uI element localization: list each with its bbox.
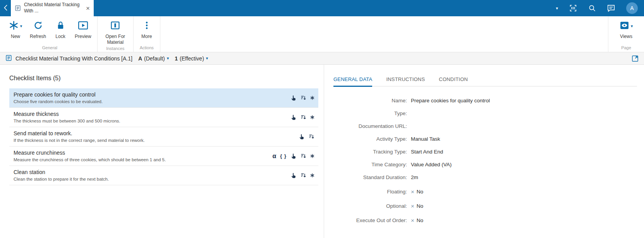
checklist-item-measure-thickness[interactable]: Measure thickness The thickness must be … (9, 108, 318, 127)
field-label: Name: (333, 98, 407, 103)
no-x-icon: × (411, 203, 414, 209)
field-floating: Floating: × No (333, 188, 637, 195)
views-button[interactable]: ▾ Views (616, 18, 636, 40)
manual-task-hand-icon (290, 172, 297, 179)
checklist-item-send-rework[interactable]: Send material to rework. If the thicknes… (9, 127, 318, 147)
checklist-item-title: Send material to rework. (14, 130, 268, 136)
breadcrumb-checklist-icon (5, 55, 12, 62)
field-activity-type: Activity Type: Manual Task (333, 135, 637, 142)
back-button[interactable] (0, 0, 11, 16)
checklist-item-title: Measure thickness (14, 111, 268, 117)
preview-play-icon (78, 21, 88, 31)
version-key: A (138, 55, 142, 62)
topbar-dropdown-caret-icon[interactable]: ▾ (556, 6, 558, 10)
ribbon-group-page: ▾ Views Page (608, 16, 644, 52)
field-value: × No (411, 203, 423, 209)
ribbon-group-label-actions: Actions (137, 45, 157, 52)
lock-button[interactable]: Lock (50, 18, 70, 40)
field-label: Activity Type: (333, 136, 407, 142)
open-in-panel-icon[interactable] (632, 55, 639, 62)
version-suffix: (Default) (144, 55, 165, 62)
manual-task-hand-icon (290, 95, 297, 101)
document-tab[interactable]: Checklist Material Tracking With ... × (11, 0, 94, 16)
field-value: 2m (411, 174, 418, 180)
field-label: Type: (333, 110, 407, 116)
manual-task-hand-icon (290, 114, 297, 121)
required-asterisk-icon (310, 96, 314, 100)
tab-general-data[interactable]: GENERAL DATA (333, 76, 372, 87)
open-for-material-button[interactable]: Open For Material (101, 18, 130, 45)
user-avatar[interactable]: A (626, 2, 638, 14)
chat-icon[interactable] (607, 4, 615, 12)
required-asterisk-icon (310, 154, 314, 158)
close-tab-icon[interactable]: × (85, 5, 91, 12)
scan-barcode-icon[interactable] (569, 4, 577, 12)
details-tabs: GENERAL DATA INSTRUCTIONS CONDITION (333, 76, 637, 86)
tab-instructions[interactable]: INSTRUCTIONS (386, 76, 425, 87)
ribbon-group-instances: Open For Material Instances (98, 16, 134, 52)
sequence-order-icon (309, 134, 314, 140)
breadcrumb: Checklist Material Tracking With Conditi… (0, 52, 644, 65)
refresh-button[interactable]: Refresh (27, 18, 49, 40)
field-value: Prepare cookies for quality control (411, 98, 490, 103)
details-panel: GENERAL DATA INSTRUCTIONS CONDITION Name… (324, 65, 644, 238)
ribbon-group-label-instances: Instances (101, 45, 130, 53)
new-asterisk-icon (9, 21, 19, 31)
views-eye-icon (620, 21, 629, 31)
manual-task-hand-icon (299, 134, 305, 140)
views-button-label: Views (620, 34, 632, 40)
more-button-label: More (141, 34, 152, 40)
lock-icon (56, 21, 65, 31)
field-execute-out-of-order: Execute Out of Order: × No (333, 217, 637, 224)
field-type: Type: (333, 110, 637, 117)
sequence-order-icon (301, 153, 306, 159)
field-value: Start And End (411, 149, 443, 155)
refresh-button-label: Refresh (30, 34, 46, 40)
version-selector[interactable]: A (Default) ▾ (138, 55, 169, 62)
new-button[interactable]: ▾ New (5, 18, 26, 40)
field-label: Optional: (333, 203, 407, 209)
revision-selector[interactable]: 1 (Effective) ▾ (175, 55, 208, 62)
views-dropdown-caret-icon: ▾ (631, 24, 633, 28)
manual-task-hand-icon (290, 153, 297, 159)
ribbon-group-actions: More Actions (134, 16, 160, 52)
breadcrumb-title: Checklist Material Tracking With Conditi… (15, 55, 132, 62)
field-value: × No (411, 189, 423, 195)
field-value: Manual Task (411, 136, 440, 142)
ribbon-group-label-page: Page (616, 45, 636, 52)
field-standard-duration: Standard Duration: 2m (333, 174, 637, 181)
preview-button[interactable]: Preview (72, 18, 94, 40)
version-caret-icon: ▾ (167, 56, 169, 60)
revision-caret-icon: ▾ (206, 56, 208, 60)
required-asterisk-icon (310, 173, 314, 178)
checklist-item-subtitle: If the thickness is not in the correct r… (14, 138, 268, 143)
tab-condition[interactable]: CONDITION (439, 76, 468, 87)
field-label: Time Category: (333, 162, 407, 167)
refresh-icon (33, 21, 43, 31)
checklist-item-title: Prepare cookies for quality control (14, 91, 268, 98)
checklist-item-title: Clean station (14, 169, 268, 175)
checklist-item-clean-station[interactable]: Clean station Clean the station to prepa… (9, 166, 318, 185)
ribbon-group-general: ▾ New Refresh Lock (2, 16, 98, 52)
field-tracking-type: Tracking Type: Start And End (333, 148, 637, 155)
document-tab-title: Checklist Material Tracking With ... (24, 2, 82, 14)
new-dropdown-caret-icon: ▾ (20, 24, 22, 28)
no-x-icon: × (411, 217, 414, 223)
checklist-item-title: Measure crunchiness (14, 150, 268, 156)
field-value: × No (411, 217, 423, 223)
checklist-item-subtitle: Clean the station to prepare it for the … (14, 177, 268, 181)
sequence-order-icon (301, 172, 306, 178)
more-button[interactable]: More (137, 18, 157, 40)
checklist-items-heading: Checklist Items (5) (9, 75, 318, 82)
checklist-item-measure-crunchiness[interactable]: Measure crunchiness Measure the crunchin… (9, 147, 318, 166)
field-label: Standard Duration: (333, 174, 407, 180)
more-dots-icon (145, 21, 148, 31)
field-label: Floating: (333, 189, 407, 195)
field-label: Documentation URL: (333, 123, 407, 129)
checklist-item-subtitle: Measure the crunchiness of three cookies… (14, 157, 268, 162)
general-data-form: Name: Prepare cookies for quality contro… (333, 97, 637, 224)
checklist-document-icon (15, 5, 21, 11)
checklist-item-prepare-cookies[interactable]: Prepare cookies for quality control Choo… (9, 88, 318, 108)
search-icon[interactable] (588, 4, 596, 12)
field-value-text: No (417, 189, 423, 195)
